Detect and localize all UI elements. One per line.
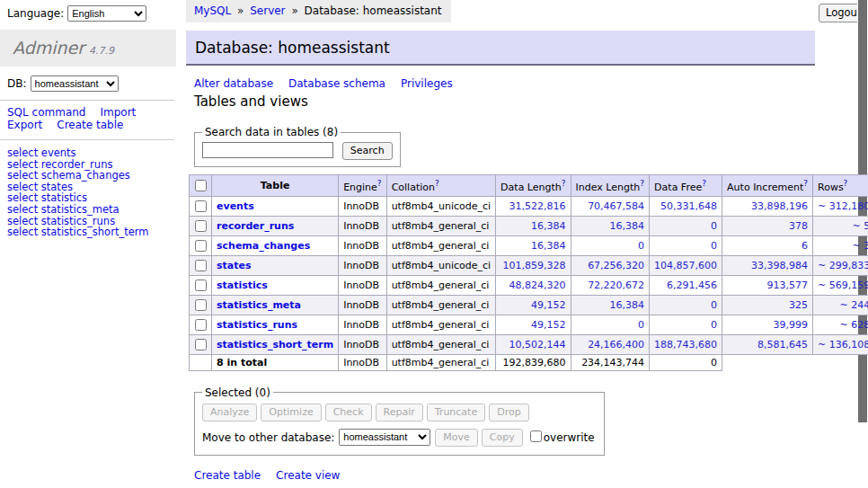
db-action-link[interactable]: Database schema (288, 77, 385, 90)
row-checkbox[interactable] (195, 319, 207, 331)
data-free-link[interactable]: 0 (711, 299, 717, 311)
copy-button[interactable]: Copy (482, 429, 523, 447)
selected-action-button[interactable]: Truncate (427, 404, 485, 421)
data-free-link[interactable]: 6,291,456 (667, 279, 717, 291)
sidebar-select-table-link[interactable]: select statistics_meta (7, 204, 176, 216)
db-select[interactable]: homeassistant (31, 75, 119, 92)
data-free-link[interactable]: 188,743,680 (654, 339, 717, 350)
overwrite-checkbox[interactable] (530, 430, 542, 442)
rows-count-link[interactable]: ~ 312,180 (818, 200, 868, 212)
rows-count-link[interactable]: ~ 244 (839, 299, 868, 311)
data-free-cell: 0 (650, 315, 722, 334)
data-length-link[interactable]: 10,502,144 (509, 339, 566, 350)
index-length-link[interactable]: 72,220,672 (588, 279, 644, 291)
rows-count-link[interactable]: ~ 299,833 (818, 260, 868, 271)
row-checkbox[interactable] (195, 279, 207, 291)
table-name-link[interactable]: states (217, 260, 252, 271)
breadcrumb-mysql-link[interactable]: MySQL (194, 4, 231, 17)
column-help-link[interactable]: ? (844, 179, 848, 188)
table-row: recorder_runs InnoDB utf8mb4_general_ci … (190, 216, 868, 235)
breadcrumb-server-link[interactable]: Server (250, 4, 285, 17)
sidebar-select-table-link[interactable]: select events (7, 147, 176, 159)
index-length-link[interactable]: 70,467,584 (588, 200, 644, 212)
row-checkbox[interactable] (195, 220, 207, 232)
auto-increment-link[interactable]: 378 (789, 220, 808, 232)
data-length-link[interactable]: 101,859,328 (503, 260, 566, 271)
rows-count-link[interactable]: ~ 628 (839, 319, 868, 331)
app-name[interactable]: Adminer (13, 38, 84, 58)
column-help-link[interactable]: ? (702, 179, 706, 188)
index-length-link[interactable]: 0 (638, 319, 644, 331)
column-help-link[interactable]: ? (377, 179, 382, 188)
selected-action-button[interactable]: Optimize (261, 404, 321, 421)
data-free-link[interactable]: 50,331,648 (660, 200, 717, 212)
column-help-link[interactable]: ? (435, 179, 439, 188)
selected-action-button[interactable]: Repair (376, 404, 423, 421)
row-checkbox[interactable] (195, 299, 207, 311)
table-name-link[interactable]: statistics (217, 279, 268, 291)
auto-increment-link[interactable]: 33,898,196 (751, 200, 808, 212)
move-db-select[interactable]: homeassistant (339, 429, 430, 446)
index-length-link[interactable]: 0 (638, 240, 644, 252)
data-free-link[interactable]: 0 (711, 220, 717, 232)
sidebar-action-link[interactable]: Create table (57, 119, 123, 131)
auto-increment-link[interactable]: 325 (789, 299, 808, 311)
data-free-link[interactable]: 0 (711, 319, 717, 331)
row-checkbox-cell (190, 255, 212, 275)
auto-increment-link[interactable]: 39,999 (774, 319, 809, 331)
data-free-link[interactable]: 0 (711, 240, 717, 252)
move-button[interactable]: Move (435, 429, 478, 447)
column-help-link[interactable]: ? (803, 179, 808, 188)
row-checkbox[interactable] (195, 339, 207, 350)
sidebar-divider (0, 139, 174, 140)
data-length-link[interactable]: 31,522,816 (509, 200, 566, 212)
table-name-link[interactable]: events (217, 200, 254, 212)
db-action-link[interactable]: Alter database (194, 77, 273, 90)
rows-count-link[interactable]: ~ 569,159 (818, 279, 868, 291)
rows-count-link[interactable]: ~ 5 (852, 220, 868, 232)
data-length-link[interactable]: 49,152 (531, 299, 566, 311)
index-length-link[interactable]: 24,166,400 (588, 339, 644, 350)
auto-increment-link[interactable]: 33,398,984 (751, 260, 808, 271)
data-free-link[interactable]: 104,857,600 (654, 260, 717, 271)
data-length-link[interactable]: 49,152 (531, 319, 566, 331)
table-name-link[interactable]: statistics_short_term (217, 339, 333, 350)
auto-increment-link[interactable]: 913,577 (767, 279, 809, 291)
search-button[interactable]: Search (342, 142, 393, 160)
table-name-link[interactable]: recorder_runs (217, 220, 294, 232)
select-all-checkbox[interactable] (195, 180, 207, 191)
language-select[interactable]: English (67, 5, 146, 22)
column-help-link[interactable]: ? (562, 179, 566, 188)
sidebar-action-link[interactable]: SQL command (7, 106, 85, 119)
row-checkbox[interactable] (195, 240, 207, 252)
sidebar-select-table-link[interactable]: select schema_changes (7, 170, 176, 182)
auto-increment-link[interactable]: 8,581,645 (757, 339, 808, 350)
index-length-link[interactable]: 67,256,320 (588, 260, 644, 271)
data-length-link[interactable]: 48,824,320 (509, 279, 566, 291)
table-name-link[interactable]: statistics_runs (217, 319, 297, 331)
sidebar-action-link[interactable]: Import (100, 106, 136, 119)
column-help-link[interactable]: ? (640, 179, 644, 188)
row-checkbox-cell (190, 295, 212, 315)
auto-increment-link[interactable]: 6 (802, 240, 808, 252)
row-checkbox[interactable] (195, 200, 207, 212)
data-length-link[interactable]: 16,384 (531, 220, 566, 232)
row-checkbox[interactable] (195, 260, 207, 271)
selected-action-button[interactable]: Analyze (202, 404, 257, 421)
create-link[interactable]: Create view (276, 469, 340, 482)
rows-count-link[interactable]: ~ 136,108 (818, 339, 868, 350)
sidebar-select-table-link[interactable]: select statistics_short_term (7, 226, 176, 238)
selected-action-button[interactable]: Drop (489, 404, 528, 421)
search-input[interactable] (202, 142, 333, 158)
table-name-link[interactable]: schema_changes (217, 240, 310, 252)
index-length-link[interactable]: 16,384 (610, 220, 645, 232)
table-name-link[interactable]: statistics_meta (217, 299, 301, 311)
data-length-cell: 16,384 (496, 235, 571, 255)
db-action-link[interactable]: Privileges (401, 77, 453, 90)
index-length-link[interactable]: 16,384 (610, 299, 645, 311)
selected-action-button[interactable]: Check (325, 404, 372, 421)
sidebar-action-link[interactable]: Export (7, 119, 42, 131)
data-length-link[interactable]: 16,384 (531, 240, 566, 252)
rows-count-link[interactable]: ~ 3 (852, 240, 868, 252)
create-link[interactable]: Create table (194, 469, 261, 482)
